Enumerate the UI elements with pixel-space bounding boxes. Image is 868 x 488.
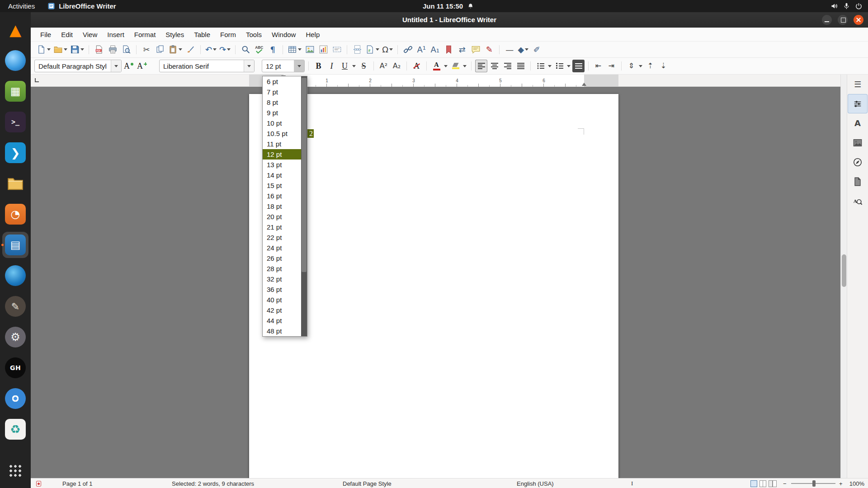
insert-chart-button[interactable]: [316, 43, 330, 56]
align-right-button[interactable]: [501, 60, 514, 72]
copy-button[interactable]: [153, 43, 167, 56]
insert-hyperlink-button[interactable]: [401, 43, 415, 56]
formatting-marks-button[interactable]: ¶: [266, 43, 279, 56]
libreoffice-writer[interactable]: ▤: [0, 230, 31, 260]
dropdown-scrollbar-thumb[interactable]: [302, 78, 307, 272]
multi-page-view-button[interactable]: [760, 480, 766, 487]
italic-button[interactable]: I: [326, 60, 338, 72]
increase-indent-button[interactable]: ⇥: [605, 60, 618, 72]
vlc[interactable]: ▲: [0, 14, 31, 45]
font-size-option[interactable]: 9 pt: [263, 108, 301, 118]
settings[interactable]: ⚙: [0, 322, 31, 352]
horizontal-ruler[interactable]: 123456: [283, 75, 584, 87]
find-replace-button[interactable]: [239, 43, 252, 56]
insert-bookmark-button[interactable]: [442, 43, 455, 56]
font-size-option[interactable]: 11 pt: [263, 139, 301, 149]
paragraph-style-combo[interactable]: Default Paragraph Styl: [34, 60, 122, 72]
print-button[interactable]: [106, 43, 119, 56]
line-spacing-button[interactable]: ⇕: [625, 60, 637, 72]
insert-comment-button[interactable]: [469, 43, 482, 56]
font-size-option[interactable]: 20 pt: [263, 211, 301, 222]
unsaved-changes-indicator[interactable]: [35, 479, 42, 488]
no-list-button[interactable]: [572, 60, 585, 72]
navigator-tab[interactable]: [848, 152, 868, 172]
unordered-list-dropdown-arrow[interactable]: [547, 60, 552, 72]
insert-table-button[interactable]: [286, 43, 303, 56]
focused-app-menu[interactable]: LibreOffice Writer: [47, 2, 116, 10]
styles-tab[interactable]: A: [848, 113, 868, 133]
font-size-option[interactable]: 28 pt: [263, 263, 301, 274]
menu-form[interactable]: Form: [215, 29, 241, 40]
page-tab[interactable]: [848, 172, 868, 191]
zoom-percent[interactable]: 100%: [849, 479, 864, 488]
draw-functions-button[interactable]: ✐: [530, 43, 543, 56]
page-style[interactable]: Default Page Style: [343, 479, 392, 488]
thunderbird[interactable]: [0, 260, 31, 291]
minimize-button[interactable]: [822, 15, 832, 25]
tab-stop-type-selector[interactable]: [35, 78, 39, 82]
insert-image-button[interactable]: [303, 43, 316, 56]
font-size-option[interactable]: 8 pt: [263, 97, 301, 108]
increase-paragraph-spacing-button[interactable]: ⇡: [644, 60, 656, 72]
font-color-dropdown-arrow[interactable]: [443, 60, 448, 72]
font-size-combo[interactable]: 12 pt: [262, 60, 305, 72]
save-button[interactable]: [69, 43, 85, 56]
font-size-option[interactable]: 18 pt: [263, 201, 301, 211]
zoom-out-button[interactable]: −: [783, 479, 787, 488]
book-view-button[interactable]: [769, 480, 777, 487]
menu-window[interactable]: Window: [267, 29, 301, 40]
system-tray[interactable]: [830, 2, 863, 10]
highlight-color-button[interactable]: [449, 60, 462, 72]
menu-insert[interactable]: Insert: [102, 29, 129, 40]
menu-styles[interactable]: Styles: [160, 29, 189, 40]
document-view[interactable]: 2: [31, 87, 840, 478]
menu-edit[interactable]: Edit: [56, 29, 78, 40]
font-size-option[interactable]: 7 pt: [263, 87, 301, 97]
justify-button[interactable]: [514, 60, 527, 72]
insert-endnote-button[interactable]: A₁: [428, 43, 442, 56]
menu-tools[interactable]: Tools: [241, 29, 267, 40]
right-indent-marker[interactable]: [582, 83, 586, 86]
cross-reference-button[interactable]: ⇄: [455, 43, 469, 56]
insert-page-break-button[interactable]: [350, 43, 364, 56]
menu-view[interactable]: View: [78, 29, 102, 40]
terminal[interactable]: >_: [0, 107, 31, 137]
highlight-dropdown-arrow[interactable]: [462, 60, 467, 72]
clear-formatting-button[interactable]: A: [410, 60, 423, 72]
subscript-button[interactable]: A₂: [391, 60, 403, 72]
document-scrollbar[interactable]: [840, 75, 847, 478]
clock-menu[interactable]: Jun 11 15:50: [423, 2, 474, 10]
line-spacing-dropdown-arrow[interactable]: [637, 60, 643, 72]
font-size-option[interactable]: 14 pt: [263, 170, 301, 180]
redo-button[interactable]: ↷: [218, 43, 232, 56]
paste-button[interactable]: [167, 43, 184, 56]
font-name-dropdown-arrow[interactable]: [244, 60, 254, 72]
ordered-list-button[interactable]: [553, 60, 566, 72]
font-size-option[interactable]: 40 pt: [263, 295, 301, 305]
unordered-list-button[interactable]: [534, 60, 547, 72]
new-style-button[interactable]: A: [136, 60, 148, 72]
activities-button[interactable]: Activities: [8, 2, 35, 10]
cut-button[interactable]: ✂: [140, 43, 153, 56]
clone-formatting-button[interactable]: [184, 43, 197, 56]
close-button[interactable]: [854, 15, 863, 25]
strikethrough-button[interactable]: S: [358, 60, 370, 72]
chromium[interactable]: [0, 383, 31, 414]
vscode[interactable]: ❯: [0, 137, 31, 168]
spelling-button[interactable]: [252, 43, 266, 56]
underline-button[interactable]: U: [339, 60, 351, 72]
show-applications[interactable]: [0, 455, 31, 486]
ordered-list-dropdown-arrow[interactable]: [566, 60, 571, 72]
zoom-slider[interactable]: [791, 479, 835, 488]
maximize-button[interactable]: [838, 15, 848, 25]
libreoffice-impress[interactable]: ◔: [0, 199, 31, 230]
horizontal-line-button[interactable]: —: [503, 43, 516, 56]
font-size-option[interactable]: 26 pt: [263, 253, 301, 263]
scrollbar-thumb[interactable]: [842, 254, 846, 287]
decrease-indent-button[interactable]: ⇤: [592, 60, 604, 72]
zoom-slider-thumb[interactable]: [812, 480, 816, 487]
font-size-option[interactable]: 6 pt: [263, 76, 301, 87]
font-size-option[interactable]: 10.5 pt: [263, 128, 301, 139]
selection-count[interactable]: Selected: 2 words, 9 characters: [172, 479, 254, 488]
align-left-button[interactable]: [475, 60, 487, 72]
